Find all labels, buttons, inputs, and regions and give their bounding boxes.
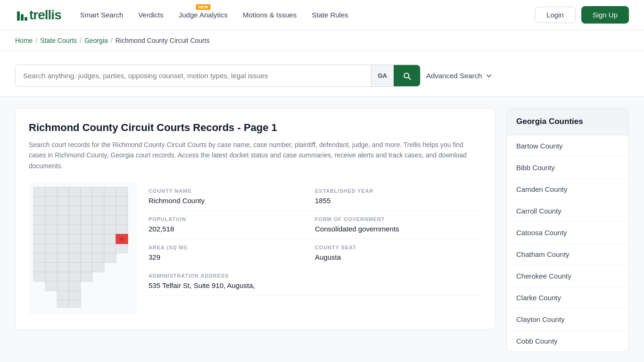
logo-text: trellis [29, 8, 61, 23]
logo[interactable]: trellis [15, 8, 61, 23]
svg-rect-12 [33, 197, 45, 206]
county-info: COUNTY NAME Richmond County ESTABLISHED … [29, 182, 481, 316]
svg-rect-72 [92, 263, 104, 272]
address-value: 535 Telfair St, Suite 910, Augusta, [149, 281, 474, 289]
svg-rect-48 [81, 234, 92, 244]
svg-rect-71 [81, 263, 92, 272]
address-label: ADMINISTRATION ADDRESS [149, 273, 474, 279]
page-title: Richmond County Circuit Courts Records -… [29, 122, 481, 134]
established-label: ESTABLISHED YEAR [315, 188, 474, 194]
svg-point-86 [120, 237, 124, 241]
population-label: POPULATION [149, 216, 307, 222]
svg-rect-5 [45, 187, 57, 197]
svg-rect-1 [21, 14, 24, 21]
sidebar-item-camden[interactable]: Camden County [507, 179, 628, 200]
area-label: AREA (SQ MI) [149, 245, 307, 250]
county-seat-label: COUNTY SEAT [315, 245, 474, 250]
county-map [29, 182, 137, 316]
established-item: ESTABLISHED YEAR 1855 [315, 182, 481, 211]
svg-rect-69 [57, 263, 69, 272]
search-wrapper: GA [15, 65, 421, 87]
svg-rect-54 [57, 244, 69, 253]
search-icon [402, 71, 412, 81]
sidebar-item-bibb[interactable]: Bibb County [507, 157, 628, 179]
svg-rect-59 [116, 244, 128, 253]
county-name-label: COUNTY NAME [149, 188, 307, 194]
svg-rect-47 [69, 234, 81, 244]
nav-links: Smart Search Verdicts NEW Judge Analytic… [80, 11, 516, 19]
chevron-down-icon [485, 72, 493, 80]
svg-rect-15 [69, 197, 81, 206]
sidebar: Georgia Counties Bartow County Bibb Coun… [506, 108, 629, 352]
svg-rect-62 [57, 253, 69, 263]
nav-smart-search[interactable]: Smart Search [80, 11, 124, 19]
breadcrumb-state[interactable]: Georgia [84, 37, 108, 44]
search-button[interactable] [394, 65, 420, 86]
svg-rect-63 [69, 253, 81, 263]
svg-rect-21 [45, 206, 57, 215]
svg-rect-30 [57, 215, 69, 225]
search-input[interactable] [16, 65, 371, 86]
sidebar-header: Georgia Counties [507, 108, 628, 135]
svg-rect-56 [81, 244, 92, 253]
svg-rect-83 [57, 300, 69, 307]
nav-actions: Login Sign Up [535, 6, 629, 24]
svg-rect-11 [116, 187, 128, 197]
svg-rect-9 [92, 187, 104, 197]
sidebar-item-clarke[interactable]: Clarke County [507, 287, 628, 309]
svg-rect-0 [17, 11, 20, 21]
svg-rect-27 [116, 206, 128, 215]
sidebar-item-bartow[interactable]: Bartow County [507, 135, 628, 157]
svg-rect-13 [45, 197, 57, 206]
breadcrumb-home[interactable]: Home [15, 37, 33, 44]
page-description: Search court records for the Richmond Co… [29, 140, 481, 171]
svg-rect-76 [69, 272, 81, 281]
svg-rect-37 [45, 225, 57, 234]
content-card: Richmond County Circuit Courts Records -… [15, 108, 495, 330]
svg-rect-19 [116, 197, 128, 206]
breadcrumb-current: Richmond County Circuit Courts [116, 37, 210, 44]
nav-state-rules[interactable]: State Rules [312, 11, 348, 19]
county-seat-value: Augusta [315, 253, 474, 261]
advanced-search-label: Advanced Search [426, 72, 482, 80]
nav-verdicts[interactable]: Verdicts [138, 11, 163, 19]
svg-rect-84 [69, 300, 81, 307]
svg-rect-77 [81, 272, 92, 281]
svg-rect-64 [81, 253, 92, 263]
svg-rect-20 [33, 206, 45, 215]
svg-rect-55 [69, 244, 81, 253]
svg-rect-2 [25, 17, 27, 21]
nav-motions-issues[interactable]: Motions & Issues [243, 11, 297, 19]
svg-rect-58 [104, 244, 116, 253]
svg-rect-32 [81, 215, 92, 225]
sidebar-item-cherokee[interactable]: Cherokee County [507, 265, 628, 287]
new-badge: NEW [196, 4, 210, 10]
svg-rect-24 [81, 206, 92, 215]
advanced-search-toggle[interactable]: Advanced Search [426, 72, 493, 80]
svg-rect-14 [57, 197, 69, 206]
svg-rect-70 [69, 263, 81, 272]
sidebar-item-cobb[interactable]: Cobb County [507, 330, 628, 352]
svg-rect-78 [45, 281, 57, 291]
svg-rect-57 [92, 244, 104, 253]
svg-rect-34 [104, 215, 116, 225]
login-button[interactable]: Login [535, 7, 576, 23]
svg-rect-81 [57, 291, 69, 300]
sidebar-item-carroll[interactable]: Carroll County [507, 200, 628, 222]
sidebar-item-clayton[interactable]: Clayton County [507, 309, 628, 330]
county-seat-item: COUNTY SEAT Augusta [315, 239, 481, 267]
signup-button[interactable]: Sign Up [581, 6, 629, 24]
sidebar-item-catoosa[interactable]: Catoosa County [507, 222, 628, 244]
address-item: ADMINISTRATION ADDRESS 535 Telfair St, S… [149, 267, 481, 296]
svg-rect-36 [33, 225, 45, 234]
breadcrumb-state-courts[interactable]: State Courts [40, 37, 77, 44]
sidebar-item-chatham[interactable]: Chatham County [507, 244, 628, 265]
svg-rect-75 [57, 272, 69, 281]
svg-rect-28 [33, 215, 45, 225]
nav-judge-analytics[interactable]: NEW Judge Analytics [179, 11, 228, 19]
area-item: AREA (SQ MI) 329 [149, 239, 315, 267]
svg-rect-46 [57, 234, 69, 244]
navbar: trellis Smart Search Verdicts NEW Judge … [0, 0, 644, 30]
svg-rect-40 [81, 225, 92, 234]
population-item: POPULATION 202,518 [149, 211, 315, 239]
